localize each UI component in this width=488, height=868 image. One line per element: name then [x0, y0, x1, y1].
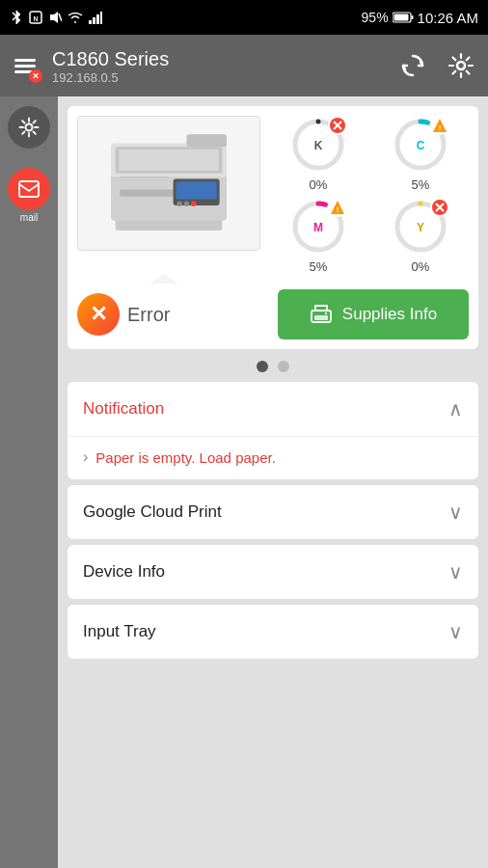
toner-c-pct: 5% [412, 177, 430, 192]
toner-y-pct: 0% [412, 259, 430, 274]
sidebar-settings-icon[interactable] [8, 106, 50, 149]
sidebar: mail [0, 96, 58, 868]
input-tray-title: Input Tray [83, 622, 156, 641]
refresh-icon [399, 52, 426, 79]
clock: 10:26 AM [418, 10, 478, 26]
svg-text:Y: Y [417, 221, 424, 234]
content-area: K 0% [58, 96, 488, 868]
svg-text:!: ! [439, 123, 442, 132]
device-info-accordion: Device Info ∨ [68, 545, 478, 599]
notification-title: Notification [83, 399, 164, 419]
toner-k-pct: 0% [310, 177, 328, 192]
google-cloud-print-chevron: ∨ [448, 501, 463, 524]
battery-icon [393, 12, 414, 23]
header-actions [395, 48, 478, 83]
toner-y-ring: Y [392, 198, 449, 256]
svg-text:N: N [33, 15, 38, 22]
refresh-button[interactable] [395, 48, 430, 83]
svg-rect-26 [186, 134, 227, 147]
menu-button[interactable]: ✕ [10, 50, 41, 81]
toner-grid: K 0% [270, 116, 469, 274]
google-cloud-print-accordion: Google Cloud Print ∨ [68, 485, 478, 539]
toner-k-badge [328, 116, 347, 135]
toner-k-ring: K [289, 116, 347, 174]
app-header: ✕ C1860 Series 192.168.0.5 [0, 35, 488, 96]
toner-c-ring: C ! [392, 116, 449, 174]
notification-message: Paper is empty. Load paper. [95, 449, 276, 466]
notification-chevron-up: ∧ [448, 397, 463, 420]
svg-rect-5 [93, 17, 95, 24]
toner-y: Y 0% [372, 198, 469, 274]
svg-rect-7 [100, 12, 102, 24]
sidebar-item-mail[interactable]: mail [8, 168, 50, 223]
printer-card-top: K 0% [77, 116, 469, 274]
wifi-icon [68, 11, 83, 24]
notification-item: › Paper is empty. Load paper. [83, 437, 463, 466]
printer-card-bottom: ✕ Error Supplies Info [77, 289, 469, 339]
toner-m-badge: ! [328, 198, 347, 217]
supplies-info-button[interactable]: Supplies Info [278, 289, 469, 339]
svg-rect-6 [96, 14, 99, 24]
svg-point-11 [457, 62, 465, 69]
svg-rect-10 [393, 14, 408, 21]
toner-m-pct: 5% [310, 259, 328, 274]
status-icons: N [10, 10, 102, 25]
device-info-title: Device Info [83, 562, 165, 582]
toner-c: C ! 5% [372, 116, 469, 192]
error-box: ✕ Error [77, 293, 268, 336]
notification-accordion: Notification ∧ › Paper is empty. Load pa… [68, 382, 478, 479]
svg-rect-4 [89, 20, 92, 24]
sidebar-item-settings[interactable] [8, 106, 50, 149]
sidebar-mail-icon[interactable] [8, 168, 50, 210]
sidebar-mail-label: mail [20, 212, 38, 223]
battery-level: 95% [362, 10, 389, 25]
svg-rect-52 [314, 315, 328, 320]
notification-bullet: › [83, 448, 88, 466]
device-info-header[interactable]: Device Info ∨ [68, 545, 478, 599]
svg-rect-19 [176, 181, 216, 199]
bluetooth-icon [10, 10, 23, 25]
printer-card: K 0% [68, 106, 478, 349]
status-right: 95% 10:26 AM [362, 10, 478, 26]
svg-line-3 [59, 14, 62, 21]
printer-image-box [77, 116, 260, 251]
svg-text:M: M [313, 221, 323, 234]
svg-marker-50 [149, 274, 178, 284]
status-bar: N 95% 10:26 AM [0, 0, 488, 35]
notification-header[interactable]: Notification ∧ [68, 382, 478, 436]
mail-icon [18, 180, 40, 198]
notification-content: › Paper is empty. Load paper. [68, 436, 478, 479]
svg-point-21 [184, 201, 190, 206]
svg-point-22 [191, 201, 197, 206]
header-title-block: C1860 Series 192.168.0.5 [52, 47, 384, 85]
error-icon: ✕ [77, 293, 120, 336]
google-cloud-print-title: Google Cloud Print [83, 502, 222, 522]
device-info-chevron: ∨ [448, 560, 463, 583]
settings-icon [18, 117, 40, 138]
toner-m-ring: M ! [289, 198, 347, 256]
toner-c-badge: ! [430, 116, 449, 135]
error-label: Error [127, 304, 170, 326]
mute-icon [48, 10, 62, 25]
input-tray-header[interactable]: Input Tray ∨ [68, 605, 478, 659]
pagination-dots [68, 361, 478, 372]
settings-button[interactable] [444, 48, 478, 83]
google-cloud-print-header[interactable]: Google Cloud Print ∨ [68, 485, 478, 539]
dot-2[interactable] [278, 361, 289, 372]
svg-text:K: K [314, 139, 323, 152]
signal-icon [89, 11, 102, 24]
gear-icon [447, 52, 474, 79]
svg-point-12 [26, 124, 33, 131]
printer-name: C1860 Series [52, 47, 384, 70]
svg-text:!: ! [337, 205, 339, 214]
printer-ip: 192.168.0.5 [52, 70, 384, 85]
toner-y-badge [430, 198, 449, 217]
svg-marker-2 [50, 12, 58, 23]
input-tray-chevron: ∨ [448, 620, 463, 643]
dot-1[interactable] [257, 361, 268, 372]
svg-rect-25 [119, 149, 218, 171]
svg-rect-9 [411, 15, 413, 19]
supplies-btn-label: Supplies Info [342, 305, 437, 324]
svg-point-20 [176, 201, 182, 206]
svg-rect-13 [19, 181, 39, 197]
